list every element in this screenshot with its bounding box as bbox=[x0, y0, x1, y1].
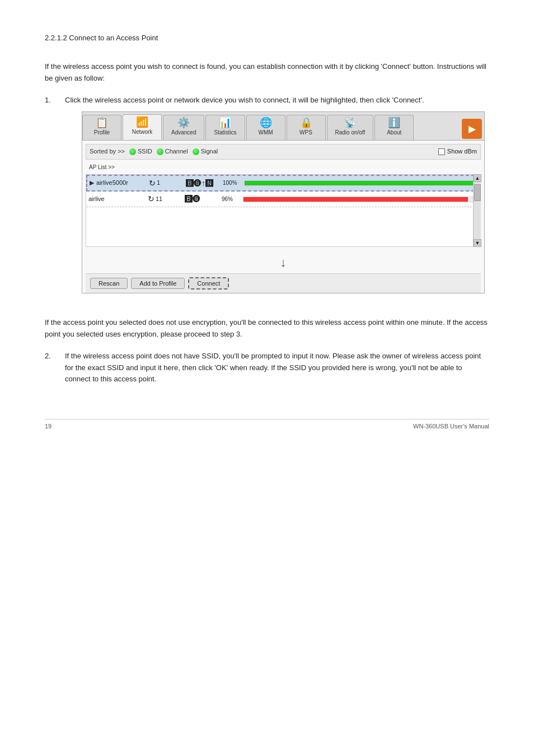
connect-arrow-indicator: ↓ bbox=[86, 249, 481, 273]
ap-channel-1: ↻ 1 bbox=[149, 177, 182, 189]
scrollbar-track: ▲ ▼ bbox=[473, 174, 481, 247]
connect-button[interactable]: Connect bbox=[188, 277, 229, 290]
tab-about[interactable]: ℹ️ About bbox=[374, 115, 414, 140]
show-dbm-label: Show dBm bbox=[447, 147, 477, 157]
tab-wps[interactable]: 🔒 WPS bbox=[287, 115, 326, 140]
step-2-text: If the wireless access point does not ha… bbox=[65, 352, 481, 384]
signal-pct-1: 100% bbox=[223, 179, 241, 188]
profile-icon: 📋 bbox=[96, 118, 108, 128]
channel-filter-label: Channel bbox=[165, 147, 188, 157]
arrow-icon: ▶ bbox=[469, 122, 475, 137]
scrollbar-thumb[interactable] bbox=[474, 184, 481, 201]
about-icon: ℹ️ bbox=[388, 118, 400, 128]
scroll-down-btn[interactable]: ▼ bbox=[474, 239, 481, 247]
wmm-icon: 🌐 bbox=[260, 118, 272, 128]
wmm-tab-label: WMM bbox=[258, 128, 273, 137]
scroll-up-btn[interactable]: ▲ bbox=[474, 174, 481, 182]
ap-row-selected[interactable]: ▶ airlive5000r ↻ 1 🅱🅖↑🅽 100 bbox=[86, 175, 480, 192]
signal-fill-2 bbox=[243, 197, 468, 202]
step-2: 2. If the wireless access point does not… bbox=[45, 351, 489, 385]
add-to-profile-button[interactable]: Add to Profile bbox=[131, 278, 185, 289]
signal-fill-1 bbox=[245, 181, 476, 185]
radio-tab-label: Radio on/off bbox=[335, 128, 366, 137]
wps-tab-label: WPS bbox=[299, 128, 312, 137]
tab-advanced[interactable]: ⚙️ Advanced bbox=[163, 115, 204, 140]
ap-signal-1: 100% bbox=[223, 179, 477, 188]
intro-paragraph: If the wireless access point you wish to… bbox=[45, 61, 489, 85]
channel-icon-2: ↻ bbox=[148, 193, 154, 205]
section-title: 2.2.1.2 Connect to an Access Point bbox=[45, 34, 489, 42]
wireless-utility-widget: 📋 Profile 📶 Network ⚙️ Advanced 📊 Statis… bbox=[82, 111, 485, 293]
channel-filter-btn[interactable]: Channel bbox=[157, 147, 188, 157]
down-arrow-icon: ↓ bbox=[280, 253, 287, 272]
network-icon: 📶 bbox=[136, 117, 148, 127]
ap-icon-1: ▶ bbox=[90, 178, 94, 188]
ap-ssid-1: ▶ airlive5000r bbox=[90, 178, 146, 188]
mode-icon-1: 🅱🅖↑🅽 bbox=[186, 179, 213, 188]
signal-bar-1 bbox=[244, 180, 477, 186]
signal-pct-2: 96% bbox=[222, 195, 240, 204]
advanced-icon: ⚙️ bbox=[177, 118, 190, 128]
page-number: 19 bbox=[45, 423, 51, 430]
step-1: 1. Click the wireless access point or ne… bbox=[45, 95, 489, 307]
filter-bar: Sorted by >> SSID Channel Signal bbox=[86, 144, 481, 160]
ssid-filter-label: SSID bbox=[138, 147, 152, 157]
tab-statistics[interactable]: 📊 Statistics bbox=[205, 115, 245, 140]
advanced-tab-label: Advanced bbox=[171, 128, 196, 137]
ap-mode-2: 🅱🅖 bbox=[185, 193, 218, 205]
ap-list[interactable]: ▶ airlive5000r ↻ 1 🅱🅖↑🅽 100 bbox=[86, 174, 481, 247]
signal-bar-2 bbox=[243, 197, 478, 202]
arrow-button[interactable]: ▶ bbox=[462, 119, 482, 139]
ap-ssid-text-2: airlive bbox=[88, 194, 105, 204]
rescan-button[interactable]: Rescan bbox=[90, 278, 128, 289]
channel-num-1: 1 bbox=[157, 178, 160, 188]
show-dbm-checkbox[interactable] bbox=[438, 148, 445, 155]
encryption-paragraph: If the access point you selected does no… bbox=[45, 317, 489, 340]
about-tab-label: About bbox=[387, 128, 401, 137]
tab-network[interactable]: 📶 Network bbox=[123, 114, 162, 140]
signal-dot bbox=[193, 148, 199, 155]
ap-list-wrapper: ▶ airlive5000r ↻ 1 🅱🅖↑🅽 100 bbox=[86, 174, 481, 247]
mode-icon-2: 🅱🅖 bbox=[185, 194, 200, 203]
ssid-dot bbox=[129, 148, 136, 155]
ap-ssid-text-1: airlive5000r bbox=[96, 178, 128, 188]
tab-bar: 📋 Profile 📶 Network ⚙️ Advanced 📊 Statis… bbox=[82, 112, 484, 141]
profile-tab-label: Profile bbox=[94, 128, 110, 137]
tab-radio[interactable]: 📡 Radio on/off bbox=[327, 115, 374, 140]
ssid-filter-btn[interactable]: SSID bbox=[129, 147, 152, 157]
signal-filter-btn[interactable]: Signal bbox=[193, 147, 218, 157]
radio-icon: 📡 bbox=[344, 118, 356, 128]
statistics-icon: 📊 bbox=[219, 118, 231, 128]
channel-icon-1: ↻ bbox=[149, 177, 156, 189]
footer: 19 WN-360USB User's Manual bbox=[45, 419, 489, 430]
tab-profile[interactable]: 📋 Profile bbox=[82, 115, 121, 140]
signal-filter-label: Signal bbox=[201, 147, 218, 157]
step-1-number: 1. bbox=[45, 95, 60, 307]
ap-channel-2: ↻ 11 bbox=[148, 193, 181, 205]
network-tab-label: Network bbox=[132, 128, 153, 137]
ap-ssid-2: airlive bbox=[88, 194, 144, 204]
step-1-text: Click the wireless access point or netwo… bbox=[65, 96, 424, 104]
ap-row-2[interactable]: airlive ↻ 11 🅱🅖 96% bbox=[86, 192, 480, 207]
statistics-tab-label: Statistics bbox=[214, 128, 236, 137]
sorted-by-label: Sorted by >> bbox=[90, 147, 125, 157]
manual-title: WN-360USB User's Manual bbox=[413, 423, 489, 430]
step-2-number: 2. bbox=[45, 351, 60, 385]
ap-list-link[interactable]: AP List >> bbox=[89, 164, 115, 170]
widget-content: Sorted by >> SSID Channel Signal bbox=[82, 141, 484, 293]
bottom-button-bar: Rescan Add to Profile Connect bbox=[86, 273, 481, 293]
ap-mode-1: 🅱🅖↑🅽 bbox=[186, 177, 219, 189]
tab-wmm[interactable]: 🌐 WMM bbox=[246, 115, 285, 140]
ap-signal-2: 96% bbox=[222, 195, 478, 204]
channel-num-2: 11 bbox=[156, 194, 162, 204]
wps-icon: 🔒 bbox=[300, 118, 312, 128]
show-dbm-option: Show dBm bbox=[438, 147, 477, 157]
channel-dot bbox=[157, 148, 163, 155]
ap-list-header: AP List >> bbox=[86, 162, 481, 173]
